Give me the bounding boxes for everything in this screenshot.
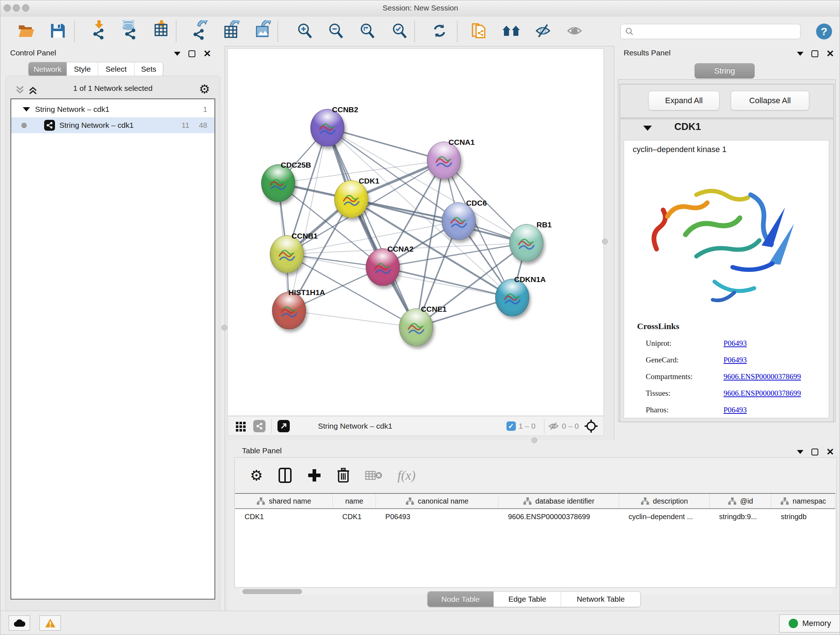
column-header-shared-name[interactable]: shared name <box>235 494 333 508</box>
edge-CDK1-RB1[interactable] <box>351 199 526 243</box>
tab-node-table[interactable]: Node Table <box>428 592 494 607</box>
node-CDC6[interactable] <box>442 203 476 240</box>
warnings-button[interactable] <box>39 616 61 631</box>
save-session-button[interactable] <box>49 22 67 41</box>
node-HIST1H1A[interactable] <box>272 292 306 329</box>
table-cell[interactable]: cyclin–dependent ... <box>619 509 709 524</box>
tab-select[interactable]: Select <box>98 62 134 76</box>
tab-network[interactable]: Network <box>28 62 67 76</box>
network-list: String Network – cdk1 1 String Network –… <box>11 98 215 600</box>
left-splitter-handle[interactable] <box>221 325 227 331</box>
edge-HIST1H1A-CCNE1[interactable] <box>289 310 416 327</box>
export-network-button[interactable] <box>190 22 208 41</box>
edge-CCNB2-HIST1H1A[interactable] <box>289 128 327 310</box>
edge-CCNA2-CDKN1A[interactable] <box>383 267 512 298</box>
network-canvas[interactable]: CCNB2 CCNA1 CDC25B CDK1 CDC6 RB1 <box>227 49 604 416</box>
zoom-out-button[interactable] <box>327 22 345 41</box>
node-RB1[interactable] <box>509 224 543 262</box>
table-cell[interactable]: P06493 <box>376 509 499 524</box>
cloud-button[interactable] <box>9 616 30 631</box>
close-panel-icon[interactable]: ✕ <box>826 50 834 57</box>
zoom-selected-button[interactable] <box>390 22 409 41</box>
crosslink-value-link[interactable]: 9606.ENSP00000378699 <box>723 372 801 381</box>
node-CCNA1[interactable] <box>427 141 461 179</box>
birds-eye-view-icon[interactable] <box>278 420 290 432</box>
node-CDC25B[interactable] <box>261 165 295 202</box>
float-panel-icon[interactable] <box>188 50 195 57</box>
import-table-file-button[interactable] <box>152 22 171 41</box>
import-network-database-button[interactable] <box>120 22 138 41</box>
collection-expand-icon[interactable] <box>23 107 30 111</box>
help-button[interactable]: ? <box>815 22 833 41</box>
memory-button[interactable]: Memory <box>779 614 840 632</box>
grid-view-icon[interactable] <box>235 420 247 432</box>
table-cell[interactable]: stringdb <box>771 509 835 524</box>
bottom-splitter-handle[interactable] <box>531 437 537 443</box>
zoom-fit-content-button[interactable] <box>358 22 376 41</box>
column-header--id[interactable]: @id <box>710 494 772 508</box>
right-splitter-handle[interactable] <box>602 239 608 244</box>
table-row[interactable]: CDK1CDK1P064939606.ENSP00000378699cyclin… <box>235 509 835 524</box>
search-input[interactable] <box>621 24 801 39</box>
float-panel-icon[interactable] <box>812 448 818 455</box>
table-cell[interactable]: 9606.ENSP00000378699 <box>499 509 619 524</box>
node-CCNA2[interactable] <box>366 249 400 286</box>
function-builder-icon[interactable]: f(x) <box>398 468 416 483</box>
export-table-button[interactable] <box>222 22 240 41</box>
crosshair-icon[interactable] <box>584 419 598 433</box>
table-cell[interactable]: CDK1 <box>333 509 376 524</box>
table-cell[interactable]: CDK1 <box>235 509 333 524</box>
expand-collapse-box: Expand All Collapse All <box>620 84 834 118</box>
refresh-network-button[interactable] <box>431 22 448 41</box>
section-collapse-icon[interactable] <box>643 126 652 131</box>
panel-menu-icon[interactable] <box>797 450 804 454</box>
show-all-button[interactable] <box>565 22 584 41</box>
crosslink-value-link[interactable]: 9606.ENSP00000378699 <box>723 389 801 397</box>
tab-string[interactable]: String <box>695 63 755 79</box>
column-header-namespac[interactable]: namespac <box>771 494 835 508</box>
node-CDKN1A[interactable] <box>495 279 529 317</box>
open-session-button[interactable] <box>17 22 35 41</box>
float-panel-icon[interactable] <box>812 50 818 57</box>
column-header-database-identifier[interactable]: database identifier <box>499 494 619 508</box>
tab-edge-table[interactable]: Edge Table <box>494 592 561 607</box>
column-header-name[interactable]: name <box>333 494 376 508</box>
edge-CCNB2-CCNE1[interactable] <box>327 128 416 327</box>
node-CCNE1[interactable] <box>399 309 433 346</box>
table-cell[interactable]: stringdb:9... <box>710 509 772 524</box>
expand-all-button[interactable]: Expand All <box>648 91 720 111</box>
network-options-gear-icon[interactable]: ⚙ <box>199 82 210 96</box>
network-view-toolbar: String Network – cdk1 ✓ 1 – 0 0 – 0 <box>227 416 604 436</box>
selected-count-checkbox-icon[interactable]: ✓ <box>507 421 516 431</box>
delete-column-icon[interactable] <box>337 467 350 483</box>
tab-style[interactable]: Style <box>67 62 98 76</box>
tab-sets[interactable]: Sets <box>134 62 163 76</box>
node-CCNB1[interactable] <box>270 235 304 273</box>
tab-network-table[interactable]: Network Table <box>561 592 640 607</box>
network-from-selection-button[interactable] <box>470 22 488 41</box>
first-neighbors-button[interactable] <box>502 22 520 41</box>
import-network-file-button[interactable] <box>90 22 108 41</box>
crosslink-value-link[interactable]: P06493 <box>723 356 747 364</box>
export-image-button[interactable] <box>254 22 272 41</box>
panel-menu-icon[interactable] <box>797 52 804 56</box>
collapse-all-button[interactable]: Collapse All <box>731 91 809 111</box>
panel-menu-icon[interactable] <box>174 52 180 56</box>
crosslink-value-link[interactable]: P06493 <box>723 405 747 414</box>
hide-selected-button[interactable] <box>534 22 552 41</box>
column-header-canonical-name[interactable]: canonical name <box>376 494 499 508</box>
close-panel-icon[interactable]: ✕ <box>826 448 834 455</box>
close-panel-icon[interactable]: ✕ <box>203 50 211 57</box>
table-settings-gear-icon[interactable]: ⚙ <box>250 467 263 484</box>
node-CCNB2[interactable] <box>310 109 344 147</box>
network-collection-row[interactable]: String Network – cdk1 1 <box>11 101 215 117</box>
zoom-in-button[interactable] <box>295 22 314 41</box>
clear-table-icon[interactable] <box>365 469 382 481</box>
manage-columns-icon[interactable] <box>278 467 292 483</box>
network-view-icon[interactable] <box>253 420 265 432</box>
column-header-description[interactable]: description <box>619 494 709 508</box>
add-column-icon[interactable] <box>307 468 322 483</box>
network-row-selected[interactable]: String Network – cdk1 11 48 <box>11 117 215 133</box>
node-CDK1[interactable] <box>334 180 368 218</box>
crosslink-value-link[interactable]: P06493 <box>723 339 747 348</box>
